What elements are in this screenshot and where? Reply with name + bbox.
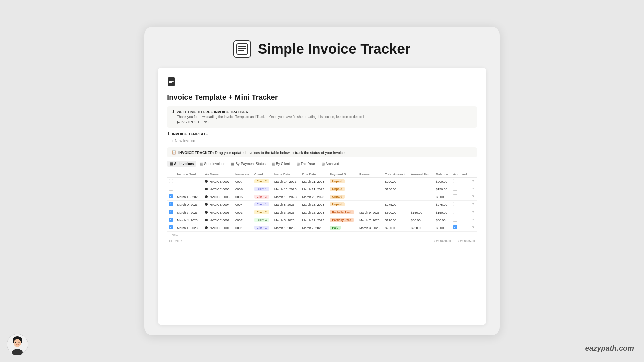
row-more[interactable]: ? [470,201,477,208]
row-payment-status[interactable]: Partially Paid [328,208,357,216]
welcome-body: Thank you for downloading the Invoice Te… [177,115,472,119]
outer-card: Simple Invoice Tracker Invoice Template … [144,27,500,335]
row-payment-date [357,185,383,193]
row-archived[interactable] [451,193,470,201]
row-checkbox[interactable]: ✓ [167,193,175,201]
table-row[interactable]: ✓ March 9, 2023 INVOICE 0004 0004 Client… [167,201,477,208]
welcome-box: ⬇ WELCOME TO FREE INVOICE TRACKER Thank … [167,106,477,128]
row-checkbox[interactable]: ✓ [167,216,175,224]
row-client[interactable]: Client 1 [252,201,272,208]
row-issue-date: March 8, 2023 [272,201,300,208]
app-header: Simple Invoice Tracker [233,40,410,58]
row-client[interactable]: Client 4 [252,216,272,224]
row-archived[interactable]: ✓ [451,224,470,232]
svg-rect-2 [238,48,246,49]
row-more[interactable]: ? [470,208,477,216]
row-name[interactable]: INVOICE 0005 [203,193,233,201]
row-client[interactable]: Client 2 [252,178,272,185]
row-checkbox[interactable]: ✓ [167,201,175,208]
row-balance: $150.00 [434,185,451,193]
new-row-button[interactable]: + New [167,232,477,238]
col-client[interactable]: Client [252,171,272,178]
row-payment-status[interactable]: Unpaid [328,201,357,208]
row-checkbox[interactable]: ✓ [167,208,175,216]
row-more[interactable]: ? [470,224,477,232]
row-name[interactable]: INVOICE 0001 [203,224,233,232]
row-name[interactable]: INVOICE 0007 [203,178,233,185]
col-issue-date[interactable]: Issue Date [272,171,300,178]
sum-balance: SUM $835.00 [457,239,475,243]
watermark: eazypath.com [585,344,634,353]
count-label: COUNT 7 [169,239,182,243]
tab-all-invoices[interactable]: ▦ All Invoices [167,161,196,167]
tab-archived[interactable]: ▦ Archived [319,161,342,167]
row-due-date: March 12, 2023 [300,216,328,224]
tab-sent-invoices[interactable]: ▦ Sent Invoices [197,161,228,167]
row-archived[interactable] [451,185,470,193]
table-row[interactable]: ✓ March 1, 2023 INVOICE 0001 0001 Client… [167,224,477,232]
row-client[interactable]: Client 1 [252,224,272,232]
tracker-label: INVOICE TRACKER: [178,150,214,155]
row-payment-date: March 3, 2023 [357,224,383,232]
row-more[interactable]: ? [470,178,477,185]
table-row[interactable]: INVOICE 0006 0006 Client 1 March 13, 202… [167,185,477,193]
col-due-date[interactable]: Due Date [300,171,328,178]
col-as-name[interactable]: As Name [203,171,233,178]
table-row[interactable]: ✓ March 7, 2023 INVOICE 0003 0003 Client… [167,208,477,216]
row-payment-status[interactable]: Unpaid [328,185,357,193]
svg-rect-6 [169,81,174,82]
table-row[interactable]: ✓ March 13, 2023 INVOICE 0005 0005 Clien… [167,193,477,201]
tab-by-client[interactable]: ▦ By Client [269,161,293,167]
row-issue-date: March 10, 2023 [272,193,300,201]
col-balance[interactable]: Balance [434,171,451,178]
tab-by-payment-status[interactable]: ▦ By Payment Status [228,161,268,167]
col-total[interactable]: Total Amount [383,171,409,178]
row-more[interactable]: ? [470,185,477,193]
table-header-row: Invoice Sent As Name Invoice # Client Is… [167,171,477,178]
tabs-row: ▦ All Invoices ▦ Sent Invoices ▦ By Paym… [167,161,477,168]
new-invoice-link[interactable]: + New Invoice [172,139,195,143]
row-archived[interactable] [451,208,470,216]
row-name[interactable]: INVOICE 0003 [203,208,233,216]
row-invoice-num: 0002 [233,216,252,224]
row-client[interactable]: Client 3 [252,193,272,201]
col-amount-paid[interactable]: Amount Paid [409,171,434,178]
row-payment-status[interactable]: Unpaid [328,193,357,201]
notion-icon [233,40,251,58]
row-payment-date [357,201,383,208]
row-checkbox[interactable]: ✓ [167,224,175,232]
row-total: $220.00 [383,224,409,232]
col-payment-date[interactable]: Payment... [357,171,383,178]
col-more[interactable]: ... [470,171,477,178]
row-more[interactable]: ? [470,193,477,201]
row-payment-status[interactable]: Unpaid [328,178,357,185]
row-name[interactable]: INVOICE 0002 [203,216,233,224]
row-payment-status[interactable]: Paid [328,224,357,232]
col-archived[interactable]: Archived [451,171,470,178]
row-name[interactable]: INVOICE 0006 [203,185,233,193]
col-invoice-num[interactable]: Invoice # [233,171,252,178]
row-name[interactable]: INVOICE 0004 [203,201,233,208]
row-invoice-num: 0001 [233,224,252,232]
svg-point-14 [15,342,16,343]
template-label: INVOICE TEMPLATE [172,132,208,136]
row-sent-date: March 7, 2023 [175,208,203,216]
row-payment-status[interactable]: Partially Paid [328,216,357,224]
col-invoice-sent[interactable]: Invoice Sent [175,171,203,178]
invoice-template-section: ⬇ INVOICE TEMPLATE + New Invoice [167,132,477,143]
row-invoice-num: 0004 [233,201,252,208]
row-archived[interactable] [451,216,470,224]
table-row[interactable]: ✓ March 4, 2023 INVOICE 0002 0002 Client… [167,216,477,224]
row-checkbox[interactable] [167,185,175,193]
row-archived[interactable] [451,201,470,208]
col-payment-status[interactable]: Payment S... [328,171,357,178]
row-client[interactable]: Client 1 [252,185,272,193]
instructions-label[interactable]: ▶ INSTRUCTIONS [177,120,209,124]
row-archived[interactable] [451,178,470,185]
row-checkbox[interactable] [167,178,175,185]
row-client[interactable]: Client 2 [252,208,272,216]
row-more[interactable]: ? [470,216,477,224]
tab-this-year[interactable]: ▦ This Year [293,161,318,167]
table-row[interactable]: INVOICE 0007 0007 Client 2 March 14, 202… [167,178,477,185]
table-footer: COUNT 7 SUM $420.00 SUM $835.00 [167,238,477,244]
